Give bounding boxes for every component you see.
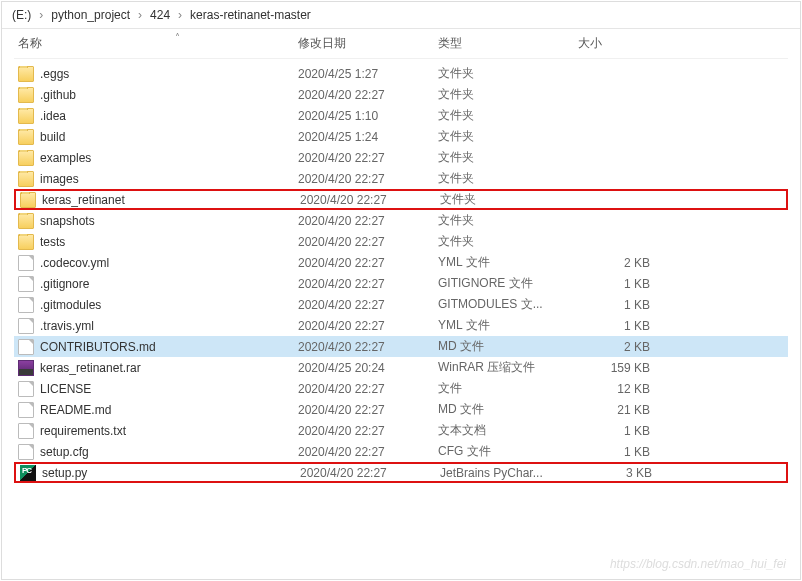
file-date-cell: 2020/4/20 22:27 <box>298 340 438 354</box>
file-row[interactable]: setup.py2020/4/20 22:27JetBrains PyChar.… <box>14 462 788 483</box>
file-row[interactable]: .eggs2020/4/25 1:27文件夹 <box>14 63 788 84</box>
file-name-cell: CONTRIBUTORS.md <box>18 339 298 355</box>
file-size-cell: 1 KB <box>578 445 658 459</box>
file-name-label: build <box>40 130 65 144</box>
column-header-date[interactable]: 修改日期 <box>298 35 438 52</box>
file-type-cell: 文件夹 <box>438 86 578 103</box>
folder-icon <box>18 108 34 124</box>
file-size-cell: 159 KB <box>578 361 658 375</box>
file-type-cell: 文件夹 <box>440 191 580 208</box>
file-row[interactable]: .gitignore2020/4/20 22:27GITIGNORE 文件1 K… <box>14 273 788 294</box>
file-type-cell: 文件夹 <box>438 170 578 187</box>
file-row[interactable]: .idea2020/4/25 1:10文件夹 <box>14 105 788 126</box>
breadcrumb-segment[interactable]: 424 <box>150 8 170 22</box>
file-name-cell: setup.py <box>20 465 300 481</box>
file-row[interactable]: keras_retinanet.rar2020/4/25 20:24WinRAR… <box>14 357 788 378</box>
file-type-cell: GITIGNORE 文件 <box>438 275 578 292</box>
file-type-cell: 文件夹 <box>438 128 578 145</box>
column-header-size[interactable]: 大小 <box>578 35 658 52</box>
file-name-cell: .travis.yml <box>18 318 298 334</box>
file-name-cell: README.md <box>18 402 298 418</box>
file-date-cell: 2020/4/20 22:27 <box>298 382 438 396</box>
file-name-label: .gitmodules <box>40 298 101 312</box>
file-row[interactable]: .gitmodules2020/4/20 22:27GITMODULES 文..… <box>14 294 788 315</box>
column-header-name[interactable]: 名称 ˄ <box>18 35 298 52</box>
file-row[interactable]: requirements.txt2020/4/20 22:27文本文档1 KB <box>14 420 788 441</box>
file-row[interactable]: .travis.yml2020/4/20 22:27YML 文件1 KB <box>14 315 788 336</box>
file-date-cell: 2020/4/25 1:10 <box>298 109 438 123</box>
file-name-cell: images <box>18 171 298 187</box>
file-row[interactable]: LICENSE2020/4/20 22:27文件12 KB <box>14 378 788 399</box>
file-type-cell: YML 文件 <box>438 317 578 334</box>
file-name-cell: examples <box>18 150 298 166</box>
breadcrumb-drive[interactable]: (E:) <box>12 8 31 22</box>
file-name-label: CONTRIBUTORS.md <box>40 340 156 354</box>
file-date-cell: 2020/4/20 22:27 <box>298 88 438 102</box>
folder-icon <box>18 171 34 187</box>
file-type-cell: JetBrains PyChar... <box>440 466 580 480</box>
folder-icon <box>18 129 34 145</box>
file-icon <box>18 318 34 334</box>
file-type-cell: 文件夹 <box>438 107 578 124</box>
file-name-label: .gitignore <box>40 277 89 291</box>
folder-icon <box>18 150 34 166</box>
file-name-label: requirements.txt <box>40 424 126 438</box>
file-row[interactable]: keras_retinanet2020/4/20 22:27文件夹 <box>14 189 788 210</box>
file-size-cell: 1 KB <box>578 319 658 333</box>
window-frame: (E:) › python_project › 424 › keras-reti… <box>1 1 801 580</box>
file-type-cell: YML 文件 <box>438 254 578 271</box>
file-name-label: README.md <box>40 403 111 417</box>
file-row[interactable]: setup.cfg2020/4/20 22:27CFG 文件1 KB <box>14 441 788 462</box>
file-icon <box>18 423 34 439</box>
file-name-cell: setup.cfg <box>18 444 298 460</box>
file-row[interactable]: build2020/4/25 1:24文件夹 <box>14 126 788 147</box>
file-row[interactable]: CONTRIBUTORS.md2020/4/20 22:27MD 文件2 KB <box>14 336 788 357</box>
file-type-cell: MD 文件 <box>438 338 578 355</box>
file-icon <box>18 339 34 355</box>
file-row[interactable]: examples2020/4/20 22:27文件夹 <box>14 147 788 168</box>
file-size-cell: 12 KB <box>578 382 658 396</box>
file-date-cell: 2020/4/20 22:27 <box>298 172 438 186</box>
file-row[interactable]: .codecov.yml2020/4/20 22:27YML 文件2 KB <box>14 252 788 273</box>
file-type-cell: GITMODULES 文... <box>438 296 578 313</box>
column-header-type[interactable]: 类型 <box>438 35 578 52</box>
breadcrumb[interactable]: (E:) › python_project › 424 › keras-reti… <box>2 2 800 29</box>
file-date-cell: 2020/4/20 22:27 <box>298 235 438 249</box>
file-date-cell: 2020/4/25 20:24 <box>298 361 438 375</box>
file-name-cell: .github <box>18 87 298 103</box>
file-type-cell: 文件夹 <box>438 65 578 82</box>
file-name-cell: .eggs <box>18 66 298 82</box>
folder-icon <box>20 192 36 208</box>
file-name-label: .travis.yml <box>40 319 94 333</box>
breadcrumb-segment[interactable]: python_project <box>51 8 130 22</box>
file-row[interactable]: README.md2020/4/20 22:27MD 文件21 KB <box>14 399 788 420</box>
file-row[interactable]: .github2020/4/20 22:27文件夹 <box>14 84 788 105</box>
file-type-cell: 文件夹 <box>438 149 578 166</box>
column-headers: 名称 ˄ 修改日期 类型 大小 <box>14 33 788 59</box>
file-name-label: snapshots <box>40 214 95 228</box>
file-name-label: images <box>40 172 79 186</box>
folder-icon <box>18 66 34 82</box>
file-size-cell: 1 KB <box>578 298 658 312</box>
pycharm-icon <box>20 465 36 481</box>
file-type-cell: 文件夹 <box>438 212 578 229</box>
file-size-cell: 21 KB <box>578 403 658 417</box>
file-date-cell: 2020/4/25 1:27 <box>298 67 438 81</box>
file-type-cell: MD 文件 <box>438 401 578 418</box>
breadcrumb-segment[interactable]: keras-retinanet-master <box>190 8 311 22</box>
file-name-label: LICENSE <box>40 382 91 396</box>
file-name-label: .codecov.yml <box>40 256 109 270</box>
file-size-cell: 1 KB <box>578 424 658 438</box>
file-row[interactable]: tests2020/4/20 22:27文件夹 <box>14 231 788 252</box>
file-date-cell: 2020/4/20 22:27 <box>298 214 438 228</box>
watermark-text: https://blog.csdn.net/mao_hui_fei <box>610 557 786 571</box>
folder-icon <box>18 234 34 250</box>
file-date-cell: 2020/4/20 22:27 <box>298 319 438 333</box>
file-row[interactable]: images2020/4/20 22:27文件夹 <box>14 168 788 189</box>
file-row[interactable]: snapshots2020/4/20 22:27文件夹 <box>14 210 788 231</box>
file-size-cell: 3 KB <box>580 466 660 480</box>
file-date-cell: 2020/4/20 22:27 <box>298 256 438 270</box>
file-name-cell: tests <box>18 234 298 250</box>
file-icon <box>18 402 34 418</box>
file-size-cell: 1 KB <box>578 277 658 291</box>
